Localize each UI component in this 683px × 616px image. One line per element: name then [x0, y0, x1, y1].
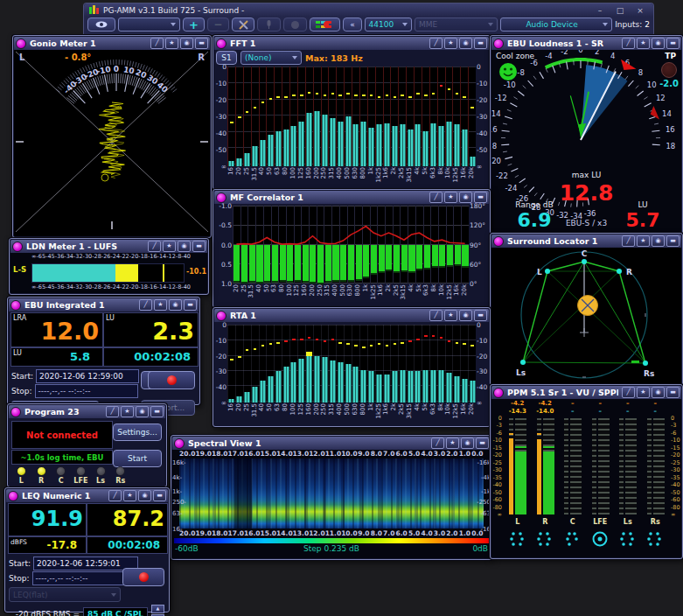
eye-icon[interactable]: ◉ [169, 299, 182, 311]
add-meter-button[interactable]: + [183, 18, 205, 32]
pin-icon[interactable]: ★ [444, 192, 457, 203]
power-icon[interactable] [216, 311, 227, 321]
leq-mode-combo[interactable]: LEQ(flat) [9, 587, 121, 602]
preset-combo[interactable] [118, 18, 180, 32]
record-button[interactable] [122, 568, 164, 586]
ldn-tick-label: -20 [129, 284, 139, 292]
pin-icon[interactable]: ★ [637, 387, 650, 398]
eye-icon[interactable]: ◉ [138, 490, 151, 501]
eye-icon[interactable]: ◉ [652, 235, 665, 247]
shade-icon[interactable]: ▬ [474, 38, 487, 49]
shade-icon[interactable]: ▬ [195, 38, 208, 49]
eye-icon[interactable]: ◉ [459, 38, 472, 49]
eye-icon[interactable]: ◉ [178, 241, 191, 252]
shade-icon[interactable]: ▬ [150, 406, 164, 417]
samplerate-combo[interactable]: 44100 [365, 18, 412, 32]
eye-icon[interactable]: ◉ [652, 38, 665, 49]
edit-icon[interactable]: ╱ [429, 38, 443, 49]
panel-header[interactable]: MF Correlator 1 ╱★◉▬ [214, 191, 489, 204]
tools-button[interactable] [232, 18, 255, 32]
record-toolbar-button[interactable] [283, 18, 307, 32]
power-icon[interactable] [10, 300, 21, 311]
power-icon[interactable] [8, 491, 18, 501]
shade-icon[interactable]: ▬ [192, 241, 206, 252]
pin-icon[interactable]: ★ [637, 235, 650, 247]
start-field[interactable]: 2020-12-06 12:59:00 [36, 369, 139, 383]
eye-icon[interactable]: ◉ [461, 438, 474, 449]
shade-icon[interactable]: ▬ [184, 299, 197, 311]
spl-calibration-field[interactable]: 85 dB C /SPL [83, 607, 148, 616]
pin-icon[interactable]: ★ [446, 438, 459, 449]
panel-header[interactable]: LDN Meter 1 - LUFS ╱★◉▬ [10, 240, 207, 253]
monitor-button[interactable] [87, 18, 115, 32]
panel-header[interactable]: EBU Loudness 1 - SR ╱★◉▬ [491, 37, 681, 50]
panel-header[interactable]: Spectral View 1 ╱★◉▬ [172, 437, 491, 450]
pin-icon[interactable]: ★ [444, 38, 457, 49]
ppm-value: – [642, 408, 670, 416]
channel-led: Ls [91, 466, 111, 486]
edit-icon[interactable]: ╱ [429, 310, 443, 321]
edit-icon[interactable]: ╱ [150, 38, 164, 49]
edit-icon[interactable]: ╱ [148, 241, 161, 252]
stop-field[interactable]: ----,--,-- --:--:-- [32, 571, 137, 585]
pin-icon[interactable]: ★ [444, 310, 457, 321]
pin-icon[interactable]: ★ [163, 241, 176, 252]
pin-icon[interactable]: ★ [123, 490, 136, 501]
shade-icon[interactable]: ▬ [666, 387, 680, 398]
shade-icon[interactable]: ▬ [476, 438, 489, 449]
power-icon[interactable] [12, 242, 23, 252]
eye-icon[interactable]: ◉ [652, 387, 665, 398]
panel-header[interactable]: Gonio Meter 1 ╱★◉▬ [14, 37, 210, 50]
power-icon[interactable] [16, 38, 26, 49]
panel-header[interactable]: PPM 5.1 Sr 1 - VU / SPPM ╱★◉▬ [491, 386, 681, 399]
shade-icon[interactable]: ▬ [666, 38, 680, 49]
pin-icon[interactable]: ★ [165, 38, 178, 49]
stop-field[interactable]: ----,--,-- --:--:-- [35, 384, 138, 398]
edit-icon[interactable]: ╱ [139, 299, 152, 311]
power-icon[interactable] [10, 407, 21, 417]
peak-hold [346, 343, 349, 345]
spin-up-button[interactable]: ▲ [151, 605, 164, 613]
pin-icon[interactable]: ★ [637, 38, 650, 49]
power-icon[interactable] [216, 38, 227, 49]
eye-icon[interactable]: ◉ [136, 406, 149, 417]
collapse-button[interactable]: « [343, 18, 361, 32]
power-icon[interactable] [493, 38, 504, 49]
meter-magnet-button[interactable] [310, 18, 341, 32]
edit-icon[interactable]: ╱ [106, 406, 119, 417]
panel-header[interactable]: FFT 1 ╱★◉▬ [214, 37, 489, 50]
settings-button[interactable]: Settings... [113, 424, 162, 441]
start-button[interactable]: Start [113, 450, 162, 467]
maximize-button[interactable]: □ [612, 6, 628, 15]
driver-combo[interactable]: MME [415, 18, 498, 32]
edit-icon[interactable]: ╱ [431, 438, 444, 449]
edit-icon[interactable]: ╱ [622, 235, 635, 247]
eye-icon[interactable]: ◉ [180, 38, 193, 49]
panel-header[interactable]: EBU Integrated 1 ╱★◉▬ [9, 298, 199, 312]
device-combo[interactable]: Audio Device [500, 18, 612, 32]
pin-icon[interactable]: ★ [154, 299, 167, 311]
edit-icon[interactable]: ╱ [622, 38, 635, 49]
remove-meter-button[interactable]: − [207, 18, 229, 32]
shade-icon[interactable]: ▬ [153, 490, 166, 501]
app-titlebar[interactable]: PG-AMM v3.1 Build 725 - Surround - – □ × [84, 4, 653, 17]
power-icon[interactable] [493, 388, 504, 398]
power-icon[interactable] [493, 236, 504, 247]
edit-icon[interactable]: ╱ [622, 387, 635, 398]
shade-icon[interactable]: ▬ [474, 310, 487, 321]
record-button[interactable] [148, 371, 195, 389]
eye-icon[interactable]: ◉ [459, 310, 472, 321]
close-button[interactable]: × [632, 6, 648, 15]
panel-header[interactable]: Surround Locator 1 ╱★◉▬ [491, 234, 681, 248]
edit-icon[interactable]: ╱ [108, 490, 122, 501]
panel-header[interactable]: RTA 1 ╱★◉▬ [214, 309, 489, 322]
edit-icon[interactable]: ╱ [429, 192, 443, 203]
panel-header[interactable]: LEQ Numeric 1 ╱★◉▬ [6, 489, 168, 502]
shade-icon[interactable]: ▬ [666, 235, 680, 247]
power-icon[interactable] [174, 438, 185, 449]
fft-window-combo[interactable]: (None) [240, 51, 302, 65]
pin-icon[interactable]: ★ [121, 406, 134, 417]
panel-header[interactable]: Program 23 ╱★◉▬ [9, 405, 165, 418]
minimize-button[interactable]: – [592, 6, 608, 15]
microphone-button[interactable] [257, 18, 281, 32]
